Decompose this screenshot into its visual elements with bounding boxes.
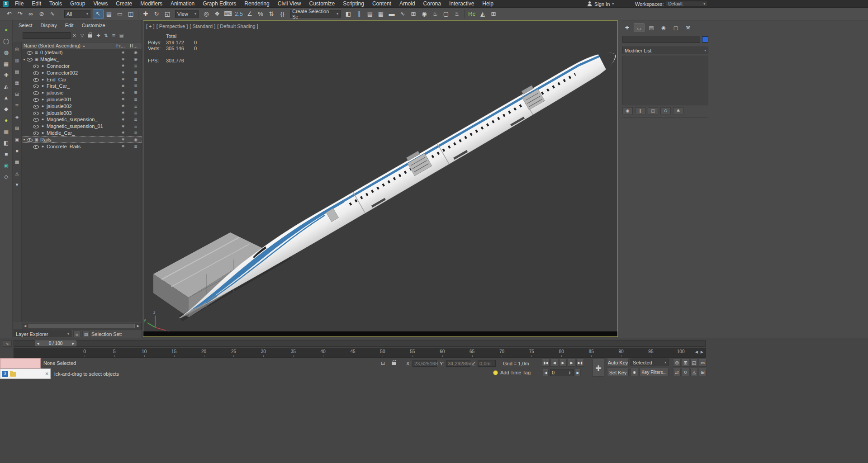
frozen-cell[interactable]: ✱ [116, 51, 130, 55]
node-label[interactable]: End_Car_ [46, 77, 116, 82]
scene-explorer-menu-item[interactable]: Select [14, 21, 37, 29]
undo-icon[interactable]: ↶ [4, 9, 14, 19]
menu-item[interactable]: Content [368, 0, 395, 8]
tab-create[interactable]: ✚ [621, 23, 632, 32]
frozen-cell[interactable]: ✱ [116, 104, 130, 108]
node-label[interactable]: Concrete_Rails_ [46, 144, 116, 149]
explorer-tool-3[interactable]: ▤ [14, 68, 20, 75]
menu-item[interactable]: Corona [419, 0, 445, 8]
left-tool-6[interactable]: ◭ [1, 81, 11, 91]
node-label[interactable]: Maglev_ [39, 57, 116, 62]
node-label[interactable]: 0 (default) [39, 50, 116, 55]
node-label[interactable]: Magnetic_suspension_ [46, 117, 116, 122]
set-key-button[interactable]: Set Key [607, 369, 629, 376]
select-and-link-icon[interactable]: ∞ [25, 9, 36, 19]
render-cell[interactable]: ≣ [130, 84, 142, 88]
previous-frame-button[interactable]: ◀ [550, 359, 558, 367]
explorer-tool-12[interactable]: ◬ [14, 170, 20, 177]
visibility-eye-icon[interactable] [33, 144, 39, 149]
render-cell[interactable]: ≣ [130, 90, 142, 95]
explorer-tool-5[interactable]: ⊞ [14, 91, 20, 98]
visibility-eye-icon[interactable] [33, 97, 39, 102]
menu-item[interactable]: Graph Editors [199, 0, 240, 8]
expander-icon[interactable]: ▼ [22, 58, 27, 61]
render-cell[interactable]: ≣ [130, 97, 142, 102]
explorer-tool-4[interactable]: ▦ [14, 80, 20, 86]
bind-to-space-warp-icon[interactable]: ∿ [47, 9, 58, 19]
create-layer-icon[interactable]: ✚ [95, 32, 102, 39]
pin-stack-button[interactable]: ◉ [622, 107, 633, 114]
left-tool-11[interactable]: ◧ [1, 138, 11, 147]
lock-cell-editing-icon[interactable] [88, 33, 93, 38]
name-column-header[interactable]: Name (Sorted Ascending) ▲ [22, 43, 116, 48]
workspace-dropdown[interactable]: Default ▾ [666, 1, 707, 7]
use-pivot-point-center-icon[interactable]: ◎ [201, 9, 212, 19]
render-cell[interactable]: ≣ [130, 77, 142, 82]
explorer-tool-10[interactable]: ■ [14, 147, 20, 154]
render-cell[interactable]: ≣ [130, 131, 142, 135]
render-cell[interactable]: ◉ [130, 137, 142, 142]
node-label[interactable]: jalousie001 [46, 97, 116, 102]
show-end-result-button[interactable]: ∥ [635, 107, 645, 114]
explorer-tool-7[interactable]: ◈ [14, 113, 20, 120]
x-coordinate-field[interactable]: 23,625168 [413, 360, 437, 367]
visibility-eye-icon[interactable] [27, 50, 33, 55]
select-and-manipulate-icon[interactable]: ❖ [212, 9, 223, 19]
explorer-tool-13[interactable]: ▼ [14, 181, 20, 188]
modifier-list-dropdown[interactable]: Modifier List ▾ [622, 47, 708, 54]
next-frame-arrow[interactable]: ▶ [71, 341, 76, 346]
time-slider-handle[interactable]: ◀ 0 / 100 ▶ [35, 340, 76, 346]
next-frame-button[interactable]: ▶ [568, 359, 575, 367]
tree-row[interactable]: ● Middle_Car_ ✱ ≣ [22, 130, 142, 137]
visibility-eye-icon[interactable] [27, 57, 33, 62]
spinner-snap-icon[interactable]: ⇅ [266, 9, 277, 19]
frame-spinner[interactable]: ▲▼ [568, 371, 572, 375]
select-object-icon[interactable]: ↖ [93, 9, 104, 19]
reference-coordinate-dropdown[interactable]: View ▾ [175, 10, 199, 18]
frozen-cell[interactable]: ✱ [116, 91, 130, 95]
left-tool-2[interactable]: ◯ [1, 36, 11, 46]
menu-item[interactable]: Customize [305, 0, 339, 8]
tree-row[interactable]: ● jalousie003 ✱ ≣ [22, 109, 142, 116]
named-selection-set-dropdown[interactable]: Create Selection Se ▾ [290, 10, 341, 18]
tree-row[interactable]: ≣ 0 (default) ✱ ◉ [22, 49, 142, 56]
node-label[interactable]: First_Car_ [46, 83, 116, 89]
render-production-icon[interactable]: ♨ [451, 9, 462, 19]
left-tool-7[interactable]: ▲ [1, 93, 11, 102]
left-tool-12[interactable]: ■ [1, 149, 11, 159]
visibility-eye-icon[interactable] [27, 137, 33, 142]
app-logo-icon[interactable]: 3 [3, 1, 9, 7]
menu-item[interactable]: Animation [166, 0, 199, 8]
maximize-viewport-toggle[interactable]: ⊞ [699, 369, 707, 376]
tab-display[interactable]: ▢ [670, 23, 681, 32]
frozen-cell[interactable]: ✱ [116, 131, 130, 135]
snaps-toggle-icon[interactable]: 2.5 [233, 9, 244, 19]
close-icon[interactable]: ✕ [45, 371, 49, 376]
keyboard-shortcut-override-icon[interactable]: ⌨ [223, 9, 233, 19]
menu-item[interactable]: Group [66, 0, 89, 8]
percent-snap-icon[interactable]: % [255, 9, 266, 19]
menu-item[interactable]: Views [89, 0, 112, 8]
viewport-style-menu[interactable]: [ Standard ] [190, 24, 215, 29]
horizontal-scrollbar[interactable]: ◀ ▶ [22, 323, 142, 329]
tree-row[interactable]: ● Magnetic_suspension_ ✱ ≣ [22, 116, 142, 123]
modifier-stack[interactable] [622, 56, 708, 105]
frozen-cell[interactable]: ✱ [116, 64, 130, 68]
object-color-swatch[interactable] [702, 36, 708, 43]
align-icon[interactable]: ∥ [354, 9, 365, 19]
viewport-pov-menu[interactable]: [ Perspective ] [157, 24, 188, 29]
explorer-mode-dropdown[interactable]: Layer Explorer ▾ [14, 331, 71, 337]
scroll-left-icon[interactable]: ◀ [22, 324, 28, 328]
tree-row[interactable]: ● Connector ✱ ≣ [22, 63, 142, 70]
frozen-cell[interactable]: ✱ [116, 77, 130, 81]
tree-row[interactable]: ● jalousie001 ✱ ≣ [22, 96, 142, 103]
tree-row[interactable]: ● First_Car_ ✱ ≣ [22, 83, 142, 90]
scene-explorer-menu-item[interactable]: Customize [78, 21, 109, 29]
left-tool-13[interactable]: ◉ [1, 161, 11, 170]
frozen-cell[interactable]: ✱ [116, 137, 130, 142]
explorer-footer-icon-2[interactable]: ▤ [82, 331, 90, 337]
frozen-cell[interactable]: ✱ [116, 71, 130, 75]
schematic-view-icon[interactable]: ⊞ [408, 9, 419, 19]
tree-row[interactable]: ● Concrete_Rails_ ✱ ≣ [22, 143, 142, 150]
zoom-region-icon[interactable]: ▭ [699, 359, 707, 367]
